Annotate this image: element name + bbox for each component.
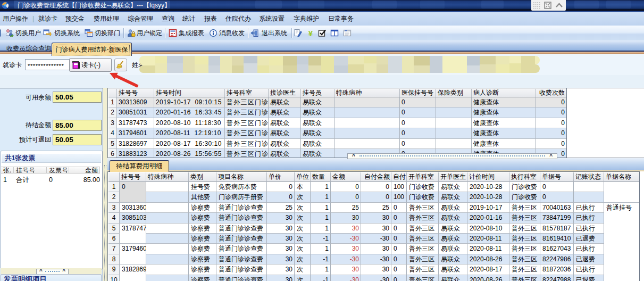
svg-text:¥: ¥ xyxy=(308,29,313,37)
